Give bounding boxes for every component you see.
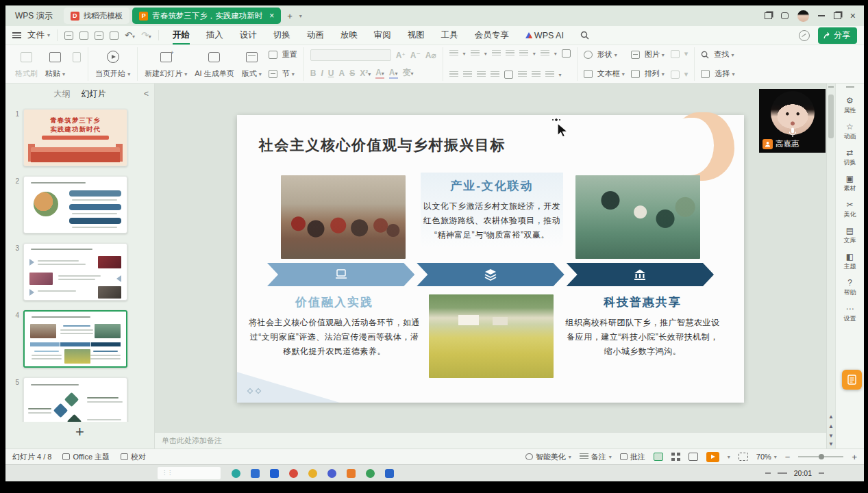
zoom-slider-knob[interactable] (819, 454, 824, 459)
theme-button[interactable]: Office 主题 (62, 452, 110, 462)
zoom-level[interactable]: 70% ▾ (756, 453, 777, 461)
zoom-in-button[interactable]: + (852, 452, 857, 462)
align-left-icon[interactable] (449, 71, 458, 78)
section-button[interactable]: 节 ▾ (269, 68, 297, 79)
layout-button[interactable]: 版式 ▾ (241, 47, 262, 81)
slide-thumbnail-5[interactable] (23, 377, 127, 422)
tab-outline[interactable]: 大纲 (54, 88, 71, 100)
photo-volunteers-helping[interactable] (575, 175, 700, 259)
superscript-button[interactable]: X²▾ (360, 68, 371, 78)
workspace-icon[interactable] (765, 12, 772, 19)
line-spacing-icon[interactable] (519, 50, 528, 57)
taskbar-app-icon-4[interactable] (289, 469, 298, 478)
zoom-out-button[interactable]: − (785, 452, 791, 462)
menu-design[interactable]: 设计 (232, 26, 265, 45)
rail-settings[interactable]: ⋯设置 (844, 304, 856, 323)
redo-icon[interactable]: ↷▾ (141, 30, 151, 40)
tab-slides[interactable]: 幻灯片 (82, 88, 106, 100)
new-slide-button[interactable]: + 新建幻灯片 ▾ (144, 47, 188, 81)
decrease-font-icon[interactable]: A⁻ (410, 51, 421, 60)
menu-slideshow[interactable]: 放映 (332, 26, 366, 45)
text-direction-icon[interactable] (541, 50, 549, 57)
cloud-sync-icon[interactable] (799, 30, 810, 41)
underline-button[interactable]: U (328, 68, 334, 78)
taskbar-app-icon-9[interactable] (385, 469, 394, 478)
menu-review[interactable]: 审阅 (366, 26, 399, 45)
rail-properties[interactable]: ⚙属性 (844, 96, 856, 115)
minimize-button[interactable] (818, 15, 825, 16)
taskbar-app-icon-7[interactable] (347, 469, 356, 478)
menu-animation[interactable]: 动画 (299, 26, 332, 45)
account-avatar[interactable] (797, 10, 809, 22)
taskbar-app-icon-5[interactable] (308, 469, 317, 478)
paste-special-button[interactable] (72, 47, 82, 81)
select-button[interactable]: 选择 ▾ (701, 68, 734, 79)
integrations-icon[interactable] (781, 12, 789, 19)
slide-title[interactable]: 社会主义核心价值观与乡村振兴目标 (259, 136, 506, 155)
process-arrow-band[interactable] (267, 263, 714, 286)
next-slide-icon[interactable]: ▼ (827, 433, 835, 439)
undo-icon[interactable]: ↶▾ (125, 30, 135, 40)
print-preview-icon[interactable] (110, 31, 119, 40)
file-menu-button[interactable]: 文件 ▾ (12, 29, 58, 41)
columns-icon[interactable] (504, 71, 513, 79)
taskbar-app-icon-8[interactable] (366, 469, 375, 478)
reading-view-button[interactable] (689, 453, 698, 461)
slideshow-play-button[interactable] (706, 452, 719, 462)
slide-thumbnail-2[interactable] (23, 176, 127, 233)
rail-library[interactable]: ▤文库 (844, 226, 856, 245)
decrease-indent-icon[interactable] (492, 50, 501, 57)
bold-button[interactable]: B (310, 68, 317, 78)
highlight-color-button[interactable]: A▾ (375, 68, 384, 79)
menu-wps-ai[interactable]: WPS AI (517, 27, 572, 44)
save-icon[interactable] (64, 31, 73, 40)
justify-icon[interactable] (491, 71, 499, 78)
notes-placeholder[interactable]: 单击此处添加备注 (155, 432, 826, 448)
prev-slide-icon[interactable]: ▲ (827, 423, 835, 429)
rail-assets[interactable]: ▣素材 (844, 174, 856, 193)
notes-button[interactable]: 备注 ▾ (580, 452, 612, 462)
textblock-values-practice[interactable]: 价值融入实践 将社会主义核心价值观融入活动各环节，如通过“文明家庭”评选、法治宣… (248, 294, 421, 359)
format-painter-button[interactable]: 格式刷 (14, 47, 38, 81)
shapes-button[interactable]: 形状 ▾ (584, 49, 625, 60)
autofit-icon[interactable] (532, 71, 541, 78)
zoom-slider[interactable] (798, 456, 843, 457)
smart-beautify-button[interactable]: 智能美化 ▾ (525, 452, 571, 462)
increase-font-icon[interactable]: A⁺ (396, 51, 406, 60)
text-effect-button[interactable]: 变▾ (403, 67, 414, 79)
bullet-list-icon[interactable] (449, 50, 458, 57)
webcam-overlay[interactable]: 高嘉惠 (759, 89, 826, 153)
rail-beautify[interactable]: ✂美化 (844, 200, 856, 219)
add-slide-button[interactable]: + (5, 422, 154, 441)
normal-view-button[interactable] (654, 453, 663, 461)
align-center-icon[interactable] (463, 71, 472, 78)
show-desktop-button[interactable] (819, 472, 824, 474)
comment-button[interactable]: 批注 (620, 452, 645, 462)
new-tab-button[interactable]: + (284, 11, 296, 21)
slide-thumbnail-1[interactable]: 青春筑梦三下乡 实践建功新时代 (23, 109, 127, 166)
convert-smartart-icon[interactable] (562, 49, 571, 58)
arrange-button[interactable]: 排列 ▾ (631, 68, 665, 79)
rail-collapse-icon[interactable] (846, 86, 854, 88)
rail-animation[interactable]: ☆动画 (844, 122, 856, 141)
rail-theme[interactable]: ◧主题 (844, 252, 856, 271)
slide-sorter-view-button[interactable] (671, 453, 680, 461)
photo-villagers-gathering[interactable] (281, 175, 406, 259)
fit-slide-button[interactable] (739, 453, 748, 461)
paste-button[interactable]: 粘贴 ▾ (45, 47, 66, 81)
reset-button[interactable]: 重置 (269, 49, 297, 60)
taskbar-app-icon-1[interactable] (232, 469, 240, 478)
increase-indent-icon[interactable] (506, 50, 514, 57)
photo-countryside-field[interactable] (429, 294, 554, 378)
textbox-button[interactable]: 文本框 ▾ (584, 68, 625, 79)
menu-membership[interactable]: 会员专享 (467, 26, 517, 45)
share-button[interactable]: 分享 (818, 27, 857, 44)
strikethrough-button[interactable]: S (349, 68, 355, 78)
menu-home[interactable]: 开始 (164, 26, 198, 45)
collapse-panel-icon[interactable]: < (144, 89, 149, 99)
menu-insert[interactable]: 插入 (198, 26, 232, 45)
tray-icon-1[interactable] (765, 472, 771, 474)
font-name-input[interactable] (310, 49, 391, 61)
outline-color-button[interactable]: ▾ (671, 70, 689, 79)
vertical-scrollbar[interactable]: ▲ ▲ ▼ ▼ (826, 84, 835, 448)
